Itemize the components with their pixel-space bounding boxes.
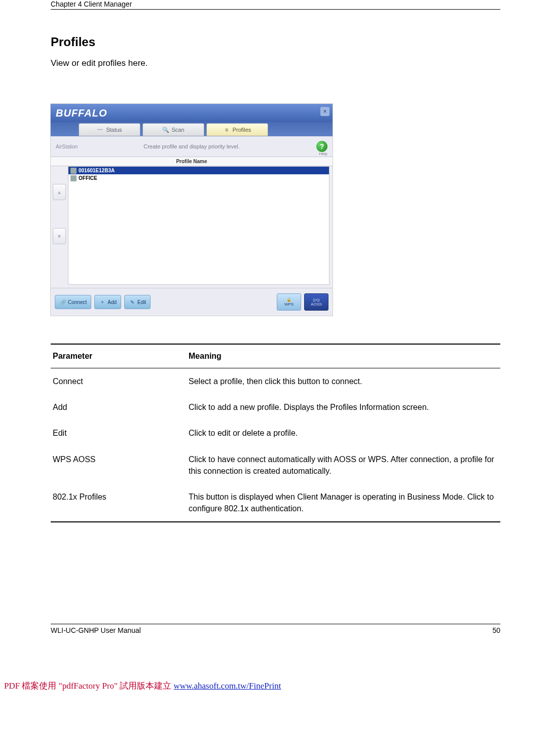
tab-label: Status [106,127,122,133]
param-cell: 802.1x Profiles [51,484,187,522]
edit-icon: ✎ [129,298,136,306]
param-cell: Connect [51,368,187,395]
param-cell: WPS AOSS [51,446,187,484]
meaning-cell: Click to have connect automatically with… [187,446,500,484]
pdf-factory-watermark: PDF 檔案使用 "pdfFactory Pro" 試用版本建立 www.aha… [0,680,551,692]
add-icon: ＋ [99,298,106,306]
button-label: Connect [68,299,87,305]
col-meaning: Meaning [187,344,500,368]
move-down-button[interactable]: ▼ [53,228,66,244]
aoss-button[interactable]: ((•)) AOSS [304,293,328,311]
table-row: Connect Select a profile, then click thi… [51,368,500,395]
help-label: Help [319,152,327,156]
connect-icon: 🔗 [59,298,66,306]
help-icon[interactable]: ? [316,141,327,152]
profile-row[interactable]: OFFICE [68,174,329,182]
wps-icon: 🔒 [286,297,291,302]
tab-scan[interactable]: 🔍 Scan [142,123,204,136]
reorder-buttons: ▲ ▼ [51,166,68,288]
profiles-icon: ≡ [224,127,230,133]
status-icon: 〰 [97,127,103,133]
tab-label: Profiles [233,127,251,133]
profile-name: 001601E12B3A [79,168,115,173]
page-footer: WLI-UC-GNHP User Manual 50 [51,624,500,634]
table-row: Add Click to add a new profile. Displays… [51,394,500,420]
titlebar: BUFFALO × [51,104,333,122]
profile-icon [70,175,77,181]
connect-button[interactable]: 🔗 Connect [55,295,91,309]
chapter-header: Chapter 4 Client Manager [51,0,500,10]
button-label: WPS [284,302,293,307]
tab-status[interactable]: 〰 Status [79,123,140,136]
subheader-text: Create profile and display priority leve… [143,143,240,149]
subheader: AirStation Create profile and display pr… [51,136,333,157]
buffalo-logo: BUFFALO [56,107,107,119]
meaning-cell: Select a profile, then click this button… [187,368,500,395]
add-button[interactable]: ＋ Add [94,295,121,309]
aoss-icon: ((•)) [313,297,319,302]
table-row: 802.1x Profiles This button is displayed… [51,484,500,522]
watermark-link[interactable]: www.ahasoft.com.tw/FinePrint [174,681,281,691]
scan-icon: 🔍 [162,127,169,133]
profile-list-area: ▲ ▼ 001601E12B3A OFFICE [51,166,333,288]
button-bar: 🔗 Connect ＋ Add ✎ Edit 🔒 WPS ((•)) AOSS [51,288,333,316]
param-cell: Edit [51,420,187,446]
profile-icon [70,168,77,174]
watermark-text: PDF 檔案使用 "pdfFactory Pro" 試用版本建立 [4,681,174,691]
profile-list[interactable]: 001601E12B3A OFFICE [68,166,329,285]
parameter-table: Parameter Meaning Connect Select a profi… [51,344,500,522]
page-number: 50 [492,626,500,634]
profile-list-header: Profile Name [51,157,333,166]
section-title: Profiles [51,35,500,49]
footer-manual-name: WLI-UC-GNHP User Manual [51,626,141,634]
button-label: Edit [137,299,146,305]
table-row: Edit Click to edit or delete a profile. [51,420,500,446]
section-intro: View or edit profiles here. [51,58,500,68]
col-parameter: Parameter [51,344,187,368]
move-up-button[interactable]: ▲ [53,184,66,200]
tab-bar: 〰 Status 🔍 Scan ≡ Profiles [51,122,333,136]
button-label: Add [107,299,117,305]
edit-button[interactable]: ✎ Edit [124,295,151,309]
airstation-brand: AirStation [56,144,78,149]
profile-row[interactable]: 001601E12B3A [68,167,329,174]
button-label: AOSS [311,302,322,307]
tab-profiles[interactable]: ≡ Profiles [206,123,268,136]
table-row: WPS AOSS Click to have connect automatic… [51,446,500,484]
param-cell: Add [51,394,187,420]
profile-name: OFFICE [79,175,97,181]
meaning-cell: Click to edit or delete a profile. [187,420,500,446]
meaning-cell: Click to add a new profile. Displays the… [187,394,500,420]
meaning-cell: This button is displayed when Client Man… [187,484,500,522]
close-icon[interactable]: × [320,107,329,116]
wps-button[interactable]: 🔒 WPS [277,293,301,311]
tab-label: Scan [171,127,184,133]
client-manager-window: BUFFALO × 〰 Status 🔍 Scan ≡ Profiles Air… [51,104,333,316]
